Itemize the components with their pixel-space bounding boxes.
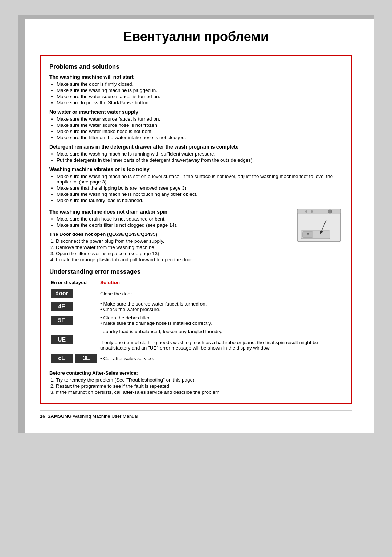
error-row-door: door Close the door.	[49, 287, 343, 300]
bullet: • Call after-sales service.	[100, 356, 154, 361]
svg-point-7	[305, 210, 307, 213]
error-section-title: Understanding error messages	[49, 268, 343, 275]
list-item: Make sure that the shipping bolts are re…	[57, 185, 343, 191]
list-item: Make sure the debris filter is not clogg…	[57, 222, 290, 228]
door-open-section: The Door does not open (Q1636/Q1436/Q143…	[49, 231, 290, 262]
main-content-box: Problems and solutions The washing machi…	[40, 55, 352, 404]
list-item: Put the detergents in the inner parts of…	[57, 157, 343, 163]
before-contacting-section: Before contacting After-Sales service: T…	[49, 370, 343, 395]
solution-5e: • Clean the debris filter. • Make sure t…	[99, 314, 343, 327]
subsection-4-title: Washing machine vibrates or is too noisy	[49, 166, 343, 172]
subsection-4-list: Make sure the washing machine is set on …	[57, 174, 343, 203]
model-numbers: (Q1636/Q1436/Q1435)	[107, 231, 157, 237]
before-contacting-steps: Try to remedy the problem (See "Troubles…	[56, 377, 343, 395]
list-item: Try to remedy the problem (See "Troubles…	[56, 377, 343, 383]
list-item: Make sure the washing machine is plugged…	[57, 88, 343, 93]
error-row-ce: cE 3E • Call after-sales service.	[49, 352, 343, 364]
brand-suffix: Washing Machine User Manual	[72, 413, 138, 419]
error-code-5e: 5E	[51, 316, 73, 325]
bullet: • Check the water pressure.	[100, 307, 160, 312]
svg-rect-4	[307, 233, 309, 234]
list-item: If the malfunction persists, call after-…	[56, 390, 343, 395]
list-item: Make sure the washing machine is not tou…	[57, 191, 343, 197]
subsection-1-list: Make sure the door is firmly closed. Mak…	[57, 81, 343, 105]
svg-point-9	[328, 210, 332, 213]
solution-ce: • Call after-sales service.	[99, 352, 343, 364]
subsection-3-title: Detergent remains in the detergent drawe…	[49, 144, 343, 150]
bullet: • Make sure the source water faucet is t…	[100, 301, 207, 307]
list-item: Make sure the drain hose is not squashed…	[57, 216, 290, 222]
list-item: Make sure the laundry load is balanced.	[57, 198, 343, 203]
list-item: Restart the programme to see if the faul…	[56, 383, 343, 389]
solution-ue-main: Laundry load is unbalanced; loosen any t…	[100, 329, 222, 334]
error-code-4e: 4E	[51, 302, 73, 311]
page-footer: 16 SAMSUNG Washing Machine User Manual	[40, 410, 352, 419]
list-item: Make sure the door is firmly closed.	[57, 81, 343, 87]
drain-spin-list: Make sure the drain hose is not squashed…	[57, 216, 290, 228]
page-title: Евентуални проблеми	[40, 29, 352, 44]
error-code-pair-ce: cE 3E	[51, 354, 97, 363]
list-item: Make sure the water intake hose is not b…	[57, 129, 343, 134]
list-item: Locate the orange plastic tab and pull f…	[56, 257, 290, 262]
page-number: 16	[40, 413, 45, 419]
error-row-5e: 5E • Clean the debris filter. • Make sur…	[49, 314, 343, 327]
col-solution-header: Solution	[99, 279, 343, 287]
door-open-steps: Disconnect the power plug from the power…	[56, 238, 290, 262]
list-item: Make sure the washing machine is running…	[57, 151, 343, 157]
error-section: Understanding error messages Error displ…	[49, 268, 343, 364]
svg-point-8	[311, 210, 313, 213]
solution-ue: Laundry load is unbalanced; loosen any t…	[99, 327, 343, 352]
list-item: Make sure the water source faucet is tur…	[57, 94, 343, 99]
svg-rect-6	[297, 209, 341, 214]
brand-name: SAMSUNG	[47, 413, 71, 419]
error-code-ue: UE	[51, 335, 73, 344]
problems-section: Problems and solutions The washing machi…	[49, 63, 343, 263]
list-item: Make sure the water source faucet is tur…	[57, 116, 343, 122]
error-row-ue: UE Laundry load is unbalanced; loosen an…	[49, 327, 343, 352]
before-contacting-title: Before contacting After-Sales service:	[49, 370, 343, 376]
door-open-title: The Door does not open (Q1636/Q1436/Q143…	[49, 231, 290, 237]
error-code-ce: cE	[51, 354, 73, 363]
list-item: Make sure to press the Start/Pause butto…	[57, 100, 343, 105]
drain-spin-text: The washing machine does not drain and/o…	[49, 205, 290, 263]
subsection-1-title: The washing machine will not start	[49, 74, 343, 80]
error-code-door: door	[51, 289, 73, 298]
list-item: Make sure the water source hose is not f…	[57, 122, 343, 128]
bullet: • Make sure the drainage hose is install…	[100, 320, 212, 326]
subsection-2-title: No water or insufficient water supply	[49, 109, 343, 115]
bullet: • Clean the debris filter.	[100, 315, 151, 320]
list-item: Remove the water from the washing machin…	[56, 245, 290, 250]
error-code-3e: 3E	[75, 354, 97, 363]
solution-door: Close the door.	[99, 287, 343, 300]
problems-title: Problems and solutions	[49, 63, 343, 70]
drain-spin-section: The washing machine does not drain and/o…	[49, 205, 343, 263]
error-row-4e: 4E • Make sure the source water faucet i…	[49, 300, 343, 314]
list-item: Disconnect the power plug from the power…	[56, 238, 290, 244]
list-item: Make sure the washing machine is set on …	[57, 174, 343, 185]
subsection-2-list: Make sure the water source faucet is tur…	[57, 116, 343, 140]
error-table: Error displayed Solution door Close the …	[49, 279, 343, 364]
drain-spin-title: The washing machine does not drain and/o…	[49, 209, 290, 215]
machine-illustration	[295, 205, 343, 246]
col-error-header: Error displayed	[49, 279, 99, 287]
list-item: Open the filter cover using a coin.(see …	[56, 251, 290, 256]
list-item: Make sure the filter on the water intake…	[57, 135, 343, 140]
solution-ue-note: If only one item of clothing needs washi…	[100, 340, 318, 351]
subsection-3-list: Make sure the washing machine is running…	[57, 151, 343, 163]
solution-4e: • Make sure the source water faucet is t…	[99, 300, 343, 314]
